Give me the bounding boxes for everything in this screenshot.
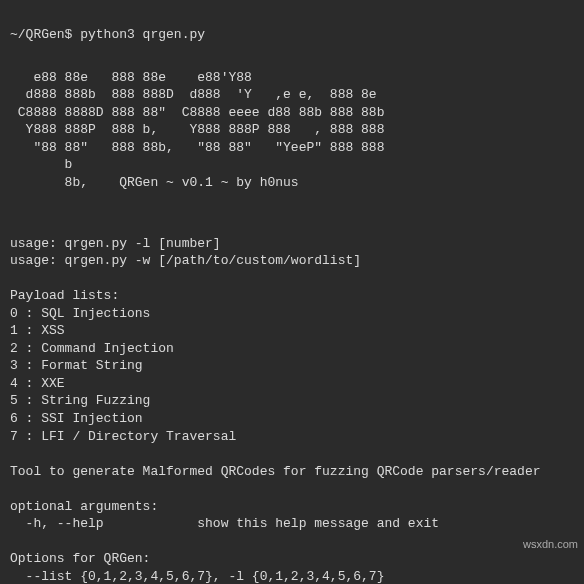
payload-item: 6 : SSI Injection bbox=[10, 411, 143, 426]
payload-header: Payload lists: bbox=[10, 288, 119, 303]
payload-item: 4 : XXE bbox=[10, 376, 65, 391]
usage-line-1: usage: qrgen.py -l [number] bbox=[10, 236, 221, 251]
terminal-window[interactable]: ~/QRGen$ python3 qrgen.py e88 88e 888 88… bbox=[0, 0, 584, 584]
list-option: --list {0,1,2,3,4,5,6,7}, -l {0,1,2,3,4,… bbox=[10, 569, 384, 584]
qrgen-options-header: Options for QRGen: bbox=[10, 551, 150, 566]
payload-item: 0 : SQL Injections bbox=[10, 306, 150, 321]
prompt-line: ~/QRGen$ python3 qrgen.py bbox=[10, 27, 205, 42]
payload-item: 7 : LFI / Directory Traversal bbox=[10, 429, 236, 444]
optional-args-header: optional arguments: bbox=[10, 499, 158, 514]
payload-item: 1 : XSS bbox=[10, 323, 65, 338]
ascii-banner: e88 88e 888 88e e88'Y88 d888 888b 888 88… bbox=[10, 69, 574, 192]
help-option: -h, --help show this help message and ex… bbox=[10, 516, 439, 531]
usage-line-2: usage: qrgen.py -w [/path/to/custom/word… bbox=[10, 253, 361, 268]
payload-item: 3 : Format String bbox=[10, 358, 143, 373]
watermark: wsxdn.com bbox=[523, 537, 578, 552]
payload-item: 5 : String Fuzzing bbox=[10, 393, 150, 408]
tool-description: Tool to generate Malformed QRCodes for f… bbox=[10, 464, 541, 479]
payload-item: 2 : Command Injection bbox=[10, 341, 174, 356]
